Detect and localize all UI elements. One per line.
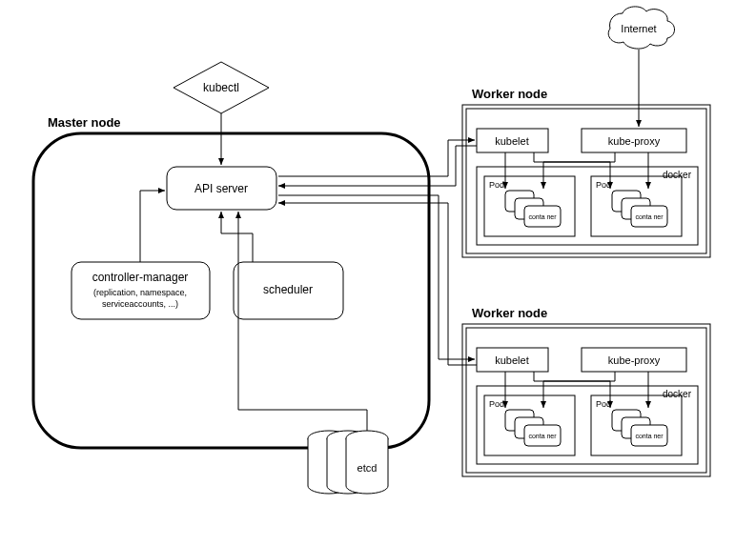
controller-manager-sub-label-1: (replication, namespace, (93, 288, 187, 297)
scheduler-label: scheduler (263, 283, 313, 296)
container-label-1b: conta ner (635, 213, 664, 220)
internet-cloud: Internet (608, 7, 674, 49)
controller-manager-sub-label-2: serviceaccounts, ...) (102, 299, 178, 309)
controller-manager-box: controller-manager (replication, namespa… (72, 262, 210, 319)
container-label-2a: conta ner (528, 433, 557, 439)
api-server-box: API server (167, 167, 276, 210)
scheduler-box: scheduler (234, 262, 343, 319)
etcd-cylinders: etcd (308, 431, 388, 494)
kubelet-label-1: kubelet (495, 135, 528, 147)
container-label-2b: conta ner (635, 433, 664, 439)
kube-proxy-label-2: kube-proxy (608, 354, 661, 366)
kubectl-label: kubectl (203, 81, 239, 94)
pod-label-1a: Pod (489, 180, 504, 190)
worker-node-1: Worker node kubelet kube-proxy docker Po… (462, 87, 710, 257)
docker-label-1: docker (663, 170, 692, 180)
pod-label-2b: Pod (596, 399, 611, 409)
internet-label: Internet (621, 23, 656, 34)
kube-proxy-label-1: kube-proxy (608, 135, 661, 147)
kubectl-diamond: kubectl (174, 62, 269, 113)
api-server-label: API server (194, 182, 248, 195)
etcd-label: etcd (358, 462, 378, 474)
master-node-title: Master node (48, 115, 121, 130)
container-label-1a: conta ner (528, 213, 557, 220)
worker-node-2-title: Worker node (472, 306, 547, 320)
worker-node-1-title: Worker node (472, 87, 547, 101)
controller-manager-label: controller-manager (92, 271, 189, 284)
pod-label-1b: Pod (596, 180, 611, 190)
worker-node-2: Worker node kubelet kube-proxy docker Po… (462, 306, 710, 476)
pod-label-2a: Pod (489, 399, 504, 409)
docker-label-2: docker (663, 389, 692, 399)
kubelet-label-2: kubelet (495, 354, 528, 366)
